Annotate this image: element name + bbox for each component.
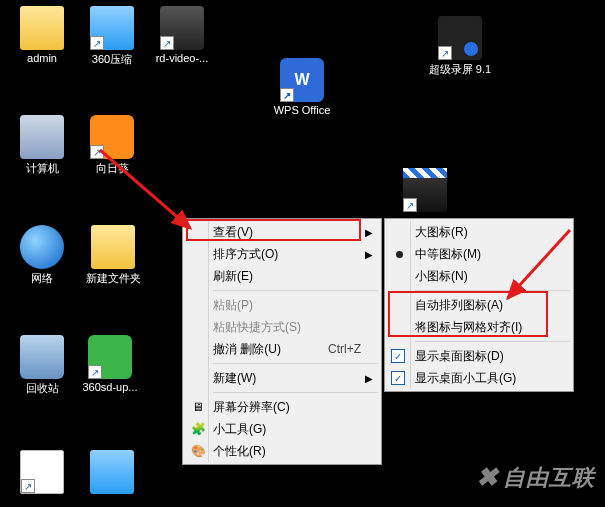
shortcut-arrow-icon: ↗: [90, 145, 104, 159]
360-icon: ↗: [88, 335, 132, 379]
watermark-text: 自由互联: [503, 463, 595, 493]
folder-icon: [91, 225, 135, 269]
menu-label: 刷新(E): [213, 268, 253, 285]
gadgets-icon: 🧩: [190, 422, 206, 436]
computer-icon: [20, 115, 64, 159]
menu-item-new[interactable]: 新建(W) ▶: [185, 367, 379, 389]
desktop-icon-doc[interactable]: ↗: [12, 450, 72, 496]
icon-label: 网络: [31, 271, 53, 286]
icon-label: WPS Office: [274, 104, 331, 116]
checkbox-checked-icon: ✓: [391, 349, 405, 363]
menu-label: 小工具(G): [213, 421, 266, 438]
desktop-icon-network[interactable]: 网络: [12, 225, 72, 286]
desktop-icon-recyclebin[interactable]: 回收站: [12, 335, 72, 396]
menu-separator: [213, 363, 378, 364]
desktop-icon-recorder[interactable]: ↗ 超级录屏 9.1: [420, 16, 500, 77]
personalize-icon: 🎨: [190, 444, 206, 458]
zip-icon: ↗: [90, 6, 134, 50]
submenu-item-show-gadgets[interactable]: ✓ 显示桌面小工具(G): [387, 367, 571, 389]
menu-item-sort[interactable]: 排序方式(O) ▶: [185, 243, 379, 265]
submenu-arrow-icon: ▶: [365, 373, 373, 384]
shortcut-arrow-icon: ↗: [160, 36, 174, 50]
submenu-item-small-icons[interactable]: 小图标(N): [387, 265, 571, 287]
watermark: ✖ 自由互联: [476, 462, 595, 493]
shortcut-arrow-icon: ↗: [90, 36, 104, 50]
recorder-icon: ↗: [438, 16, 482, 60]
sunflower-icon: ↗: [90, 115, 134, 159]
context-menu: 查看(V) ▶ 排序方式(O) ▶ 刷新(E) 粘贴(P) 粘贴快捷方式(S) …: [182, 218, 382, 465]
wps-icon: W↗: [280, 58, 324, 102]
menu-separator: [213, 290, 378, 291]
menu-label: 撤消 删除(U): [213, 341, 281, 358]
desktop-icon-newfolder[interactable]: 新建文件夹: [78, 225, 148, 286]
menu-item-screen-resolution[interactable]: 🖥 屏幕分辨率(C): [185, 396, 379, 418]
watermark-logo-icon: ✖: [476, 462, 499, 493]
menu-item-paste-shortcut: 粘贴快捷方式(S): [185, 316, 379, 338]
clapperboard-icon: ↗: [403, 168, 447, 212]
recycle-bin-icon: [20, 335, 64, 379]
menu-item-gadgets[interactable]: 🧩 小工具(G): [185, 418, 379, 440]
menu-label: 屏幕分辨率(C): [213, 399, 290, 416]
shortcut-arrow-icon: ↗: [438, 46, 452, 60]
menu-label: 显示桌面图标(D): [415, 348, 504, 365]
shortcut-arrow-icon: ↗: [280, 88, 294, 102]
menu-label: 将图标与网格对齐(I): [415, 319, 522, 336]
video-icon: ↗: [160, 6, 204, 50]
monitor-icon: 🖥: [190, 400, 206, 414]
menu-label: 粘贴(P): [213, 297, 253, 314]
desktop-icon-360sd[interactable]: ↗ 360sd-up...: [80, 335, 140, 393]
menu-label: 排序方式(O): [213, 246, 278, 263]
folder-icon: [20, 6, 64, 50]
shortcut-arrow-icon: ↗: [403, 198, 417, 212]
radio-selected-icon: [396, 251, 403, 258]
menu-item-view[interactable]: 查看(V) ▶: [185, 221, 379, 243]
submenu-item-auto-arrange[interactable]: 自动排列图标(A): [387, 294, 571, 316]
menu-item-refresh[interactable]: 刷新(E): [185, 265, 379, 287]
menu-label: 大图标(R): [415, 224, 468, 241]
desktop-icon-wps[interactable]: W↗ WPS Office: [272, 58, 332, 116]
shortcut-arrow-icon: ↗: [88, 365, 102, 379]
menu-label: 中等图标(M): [415, 246, 481, 263]
desktop-icon-computer[interactable]: 计算机: [12, 115, 72, 176]
network-icon: [20, 225, 64, 269]
submenu-arrow-icon: ▶: [365, 249, 373, 260]
icon-label: 360sd-up...: [82, 381, 137, 393]
view-submenu: 大图标(R) 中等图标(M) 小图标(N) 自动排列图标(A) 将图标与网格对齐…: [384, 218, 574, 392]
menu-separator: [415, 290, 570, 291]
menu-shortcut: Ctrl+Z: [328, 342, 361, 356]
menu-label: 个性化(R): [213, 443, 266, 460]
menu-label: 自动排列图标(A): [415, 297, 503, 314]
menu-item-undo-delete[interactable]: 撤消 删除(U) Ctrl+Z: [185, 338, 379, 360]
menu-separator: [213, 392, 378, 393]
desktop-icon-sunflower[interactable]: ↗ 向日葵: [82, 115, 142, 176]
menu-label: 查看(V): [213, 224, 253, 241]
zip-icon: [90, 450, 134, 494]
menu-label: 粘贴快捷方式(S): [213, 319, 301, 336]
desktop-icon-clapper[interactable]: ↗: [395, 168, 455, 214]
icon-label: 360压缩: [92, 52, 132, 67]
menu-label: 小图标(N): [415, 268, 468, 285]
menu-label: 新建(W): [213, 370, 256, 387]
submenu-item-align-grid[interactable]: 将图标与网格对齐(I): [387, 316, 571, 338]
icon-label: admin: [27, 52, 57, 64]
icon-label: 向日葵: [96, 161, 129, 176]
desktop-icon-rd-video[interactable]: ↗ rd-video-...: [152, 6, 212, 64]
document-icon: ↗: [20, 450, 64, 494]
desktop-icon-360zip[interactable]: ↗ 360压缩: [82, 6, 142, 67]
icon-label: 新建文件夹: [86, 271, 141, 286]
submenu-arrow-icon: ▶: [365, 227, 373, 238]
menu-separator: [415, 341, 570, 342]
desktop-icon-zip2[interactable]: [82, 450, 142, 496]
submenu-item-medium-icons[interactable]: 中等图标(M): [387, 243, 571, 265]
shortcut-arrow-icon: ↗: [21, 479, 35, 493]
menu-item-paste: 粘贴(P): [185, 294, 379, 316]
submenu-item-large-icons[interactable]: 大图标(R): [387, 221, 571, 243]
submenu-item-show-desktop-icons[interactable]: ✓ 显示桌面图标(D): [387, 345, 571, 367]
menu-label: 显示桌面小工具(G): [415, 370, 516, 387]
desktop-icon-admin[interactable]: admin: [12, 6, 72, 64]
icon-label: 计算机: [26, 161, 59, 176]
menu-item-personalize[interactable]: 🎨 个性化(R): [185, 440, 379, 462]
icon-label: 回收站: [26, 381, 59, 396]
icon-label: 超级录屏 9.1: [429, 62, 491, 77]
checkbox-checked-icon: ✓: [391, 371, 405, 385]
